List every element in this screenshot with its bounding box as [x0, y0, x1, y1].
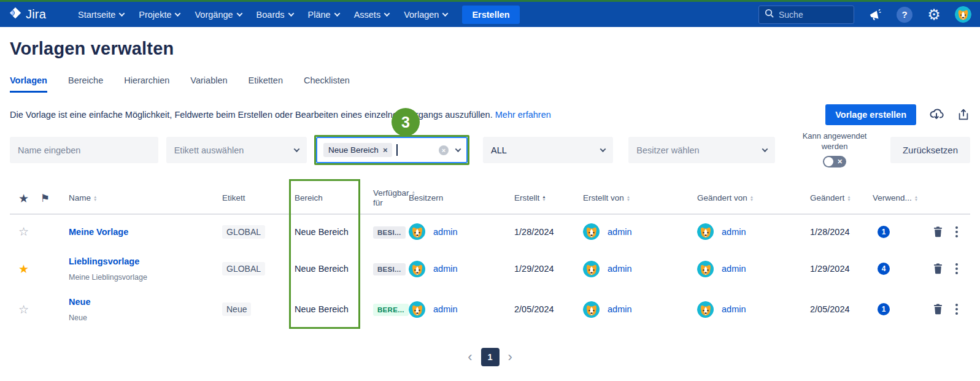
name-filter-input[interactable] [18, 145, 150, 155]
verfuegbar-tag: BERE... [373, 304, 409, 316]
nav-item-label: Startseite [78, 10, 115, 20]
create-template-button[interactable]: Vorlage erstellen [825, 104, 916, 125]
header-actions: Vorlage erstellen [825, 104, 970, 125]
help-icon[interactable]: ? [896, 6, 913, 23]
tab-variablen[interactable]: Variablen [190, 75, 227, 93]
tab-hierarchien[interactable]: Hierarchien [124, 75, 169, 93]
geaendert-von-cell: admin [697, 223, 810, 240]
export-icon[interactable] [957, 107, 970, 122]
tab-bereiche[interactable]: Bereiche [68, 75, 103, 93]
page-tabs: Vorlagen Bereiche Hierarchien Variablen … [10, 75, 970, 93]
column-header-bereich[interactable]: Bereich [295, 193, 373, 203]
favorite-star-icon[interactable]: ★ [18, 262, 41, 276]
text-caret [396, 144, 398, 156]
user-link[interactable]: admin [433, 304, 458, 314]
current-page-button[interactable]: 1 [481, 348, 500, 366]
bereich-cell: Neue Bereich [295, 304, 373, 314]
user-link[interactable]: admin [608, 264, 632, 274]
reset-filters-button[interactable]: Zurücksetzen [890, 137, 970, 163]
bereich-cell: Neue Bereich [295, 227, 373, 237]
user-link[interactable]: admin [433, 264, 458, 274]
user-avatar [409, 301, 425, 318]
learn-more-link[interactable]: Mehr erfahren [495, 110, 551, 120]
clear-selection-icon[interactable]: × [439, 145, 449, 155]
search-input[interactable] [779, 10, 846, 20]
next-page-icon[interactable]: › [508, 350, 512, 364]
nav-item-vorgaenge[interactable]: Vorgänge [187, 2, 249, 27]
nav-item-plaene[interactable]: Pläne [301, 2, 347, 27]
tab-etiketten[interactable]: Etiketten [249, 75, 283, 93]
previous-page-icon[interactable]: ‹ [468, 350, 472, 364]
tab-vorlagen[interactable]: Vorlagen [10, 75, 47, 93]
row-actions [929, 226, 962, 237]
label-filter-select[interactable]: Etikett auswählen [166, 137, 307, 163]
column-header-geaendert[interactable]: Geändert▲▼ [810, 193, 873, 203]
bereich-cell: Neue Bereich [295, 264, 373, 274]
more-options-kebab-icon[interactable] [955, 226, 958, 237]
column-header-verwendet[interactable]: Verwend...▲▼ [873, 193, 929, 203]
user-avatar [409, 223, 425, 240]
create-button[interactable]: Erstellen [462, 6, 519, 24]
applicable-toggle-block: Kann angewendet werden ✕ [792, 131, 877, 167]
brand-name: Jira [26, 7, 46, 21]
page-content: Vorlagen verwalten Vorlagen Bereiche Hie… [0, 39, 980, 366]
column-header-erstellt-von[interactable]: Erstellt von▲▼ [583, 193, 697, 203]
import-cloud-icon[interactable] [928, 107, 944, 122]
usage-count-badge: 4 [878, 263, 890, 275]
more-options-kebab-icon[interactable] [955, 263, 958, 274]
usage-count-badge: 1 [878, 303, 890, 315]
toggle-off-x-icon: ✕ [837, 158, 843, 165]
favorite-star-icon[interactable]: ☆ [18, 302, 41, 317]
user-avatar [409, 261, 425, 277]
column-header-geaendert-von[interactable]: Geändert von▲▼ [697, 193, 810, 203]
chevron-down-icon [600, 146, 606, 152]
column-header-verfuegbar[interactable]: Verfügbar für▲▼ [373, 188, 409, 208]
delete-trash-icon[interactable] [933, 263, 943, 274]
column-header-etikett[interactable]: Etikett [222, 193, 295, 203]
nav-item-projekte[interactable]: Projekte [131, 2, 187, 27]
bereich-filter-chip: Neue Bereich × [323, 143, 392, 157]
type-filter-select[interactable]: ALL [483, 137, 613, 163]
user-link[interactable]: admin [608, 227, 632, 237]
user-link[interactable]: admin [722, 264, 746, 274]
filter-bar: 3 Etikett auswählen Neue Bereich × × [10, 131, 970, 172]
geaendert-cell: 1/28/2024 [810, 227, 873, 237]
tab-checklisten[interactable]: Checklisten [304, 75, 350, 93]
announcements-icon[interactable] [866, 6, 884, 23]
delete-trash-icon[interactable] [933, 304, 943, 315]
template-link[interactable]: Lieblingsvorlage [69, 256, 222, 266]
template-link[interactable]: Neue [69, 297, 222, 307]
column-header-name[interactable]: Name▲▼ [69, 193, 222, 203]
user-link[interactable]: admin [722, 304, 746, 314]
nav-item-startseite[interactable]: Startseite [71, 2, 131, 27]
chevron-down-icon[interactable] [455, 146, 461, 152]
chevron-down-icon [119, 10, 125, 17]
column-header-erstellt[interactable]: Erstellt▲▼ [514, 193, 583, 203]
app-window: Jira Startseite Projekte Vorgänge Boards… [0, 0, 980, 381]
nav-item-boards[interactable]: Boards [249, 2, 301, 27]
template-link[interactable]: Meine Vorlage [69, 227, 222, 237]
besitzer-cell: admin [409, 261, 514, 277]
chip-remove-icon[interactable]: × [383, 145, 388, 155]
bereich-filter-select[interactable]: Neue Bereich × × [316, 137, 468, 163]
erstellt-cell: 2/05/2024 [514, 304, 583, 314]
settings-gear-icon[interactable]: ⚙ [925, 6, 943, 23]
delete-trash-icon[interactable] [933, 226, 943, 237]
favorite-star-icon[interactable]: ☆ [18, 225, 41, 239]
jira-logo[interactable]: Jira [9, 7, 46, 23]
user-link[interactable]: admin [608, 304, 632, 314]
user-avatar[interactable] [955, 6, 971, 23]
nav-item-vorlagen[interactable]: Vorlagen [396, 2, 455, 27]
sort-icon: ▲▼ [627, 195, 630, 201]
global-search[interactable] [758, 6, 854, 24]
page-description: Die Vorlage ist eine einfache Möglichkei… [10, 110, 551, 120]
erstellt-von-cell: admin [583, 301, 697, 318]
column-header-besitzern[interactable]: Besitzern [409, 193, 514, 203]
owner-filter-select[interactable]: Besitzer wählen [628, 137, 775, 163]
more-options-kebab-icon[interactable] [955, 304, 958, 315]
sort-icon: ▲▼ [914, 195, 918, 201]
nav-item-assets[interactable]: Assets [347, 2, 397, 27]
user-link[interactable]: admin [722, 227, 746, 237]
user-link[interactable]: admin [433, 227, 458, 237]
applicable-toggle[interactable]: ✕ [823, 156, 846, 167]
